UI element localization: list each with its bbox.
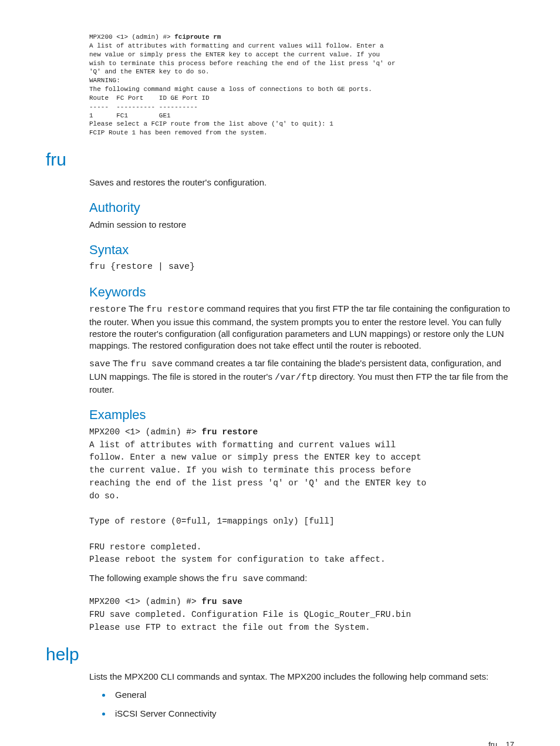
help-list: General iSCSI Server Connectivity bbox=[89, 688, 514, 720]
keyword-save: save The fru save command creates a tar … bbox=[89, 357, 514, 396]
help-description: Lists the MPX200 CLI commands and syntax… bbox=[89, 671, 514, 683]
code-fciproute-rm: MPX200 <1> (admin) #> fciproute rm A lis… bbox=[89, 33, 514, 137]
heading-keywords: Keywords bbox=[89, 283, 514, 301]
fru-description: Saves and restores the router's configur… bbox=[89, 177, 514, 188]
page-footer: fru 17 bbox=[46, 740, 514, 746]
example-between-text: The following example shows the fru save… bbox=[89, 572, 514, 585]
authority-text: Admin session to restore bbox=[89, 219, 514, 231]
example-fru-restore: MPX200 <1> (admin) #> fru restore A list… bbox=[89, 426, 514, 566]
list-item: General bbox=[112, 688, 514, 701]
heading-help: help bbox=[46, 643, 514, 667]
list-item: iSCSI Server Connectivity bbox=[112, 707, 514, 720]
heading-authority: Authority bbox=[89, 199, 514, 217]
footer-section: fru bbox=[488, 740, 497, 746]
heading-fru: fru bbox=[46, 148, 514, 172]
heading-syntax: Syntax bbox=[89, 241, 514, 259]
example-fru-save: MPX200 <1> (admin) #> fru save FRU save … bbox=[89, 596, 514, 634]
keyword-restore: restore The fru restore command requires… bbox=[89, 303, 514, 352]
syntax-code: fru {restore | save} bbox=[89, 261, 514, 273]
heading-examples: Examples bbox=[89, 406, 514, 424]
footer-page-number: 17 bbox=[506, 740, 514, 746]
